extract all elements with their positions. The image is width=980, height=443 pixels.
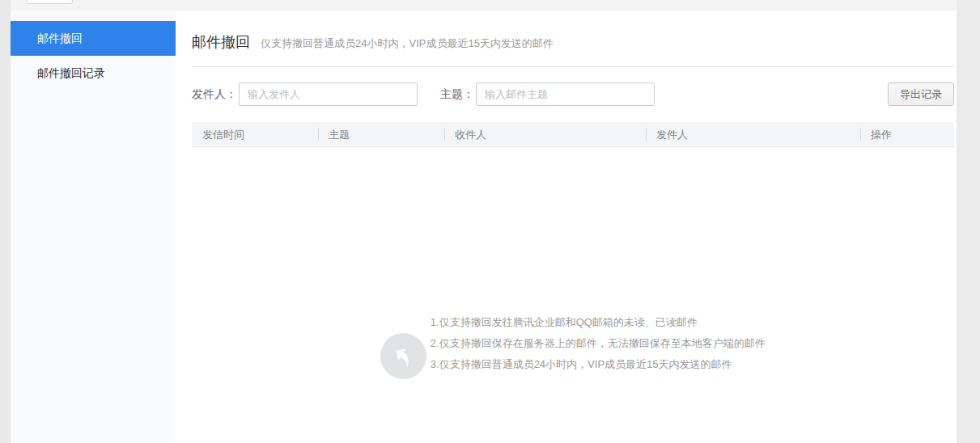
column-header-subject: 主题 <box>318 122 444 147</box>
table-header-row: 发信时间 主题 收件人 发件人 操作 <box>192 122 954 147</box>
tip-line: 2.仅支持撤回保存在服务器上的邮件，无法撤回保存至本地客户端的邮件 <box>431 333 766 354</box>
column-header-recipient: 收件人 <box>444 122 646 147</box>
undo-arrow-icon <box>380 333 426 379</box>
left-gutter <box>0 0 11 443</box>
sender-input[interactable] <box>239 82 418 106</box>
sidebar: 邮件撤回 邮件撤回记录 <box>11 11 176 443</box>
column-header-send-time: 发信时间 <box>192 122 318 147</box>
sidebar-item-mail-recall-records[interactable]: 邮件撤回记录 <box>11 56 176 91</box>
column-header-sender: 发件人 <box>646 122 860 147</box>
content-panel: 邮件撤回 邮件撤回记录 邮件撤回 仅支持撤回普通成员24小时内，VIP成员最近1… <box>11 11 957 443</box>
sidebar-item-mail-recall[interactable]: 邮件撤回 <box>11 21 176 56</box>
recall-tips: 1.仅支持撤回发往腾讯企业邮和QQ邮箱的未读、已读邮件 2.仅支持撤回保存在服务… <box>431 312 766 375</box>
right-gutter <box>957 0 980 443</box>
export-records-button[interactable]: 导出记录 <box>888 82 954 106</box>
tip-line: 3.仅支持撤回普通成员24小时内，VIP成员最近15天内发送的邮件 <box>431 354 766 375</box>
topbar-partial-control[interactable] <box>27 0 73 4</box>
column-header-actions: 操作 <box>860 122 954 147</box>
search-toolbar: 发件人： 主题： 导出记录 <box>192 82 954 106</box>
subject-label: 主题： <box>440 87 474 102</box>
main-content: 邮件撤回 仅支持撤回普通成员24小时内，VIP成员最近15天内发送的邮件 发件人… <box>176 11 957 443</box>
page-title: 邮件撤回 <box>192 32 250 52</box>
empty-state: 1.仅支持撤回发往腾讯企业邮和QQ邮箱的未读、已读邮件 2.仅支持撤回保存在服务… <box>192 293 954 379</box>
top-band <box>11 0 957 11</box>
page-subtitle: 仅支持撤回普通成员24小时内，VIP成员最近15天内发送的邮件 <box>261 36 554 51</box>
tip-line: 1.仅支持撤回发往腾讯企业邮和QQ邮箱的未读、已读邮件 <box>431 312 766 333</box>
subject-input[interactable] <box>476 82 655 106</box>
page-header: 邮件撤回 仅支持撤回普通成员24小时内，VIP成员最近15天内发送的邮件 <box>192 11 954 67</box>
sender-label: 发件人： <box>192 87 237 102</box>
